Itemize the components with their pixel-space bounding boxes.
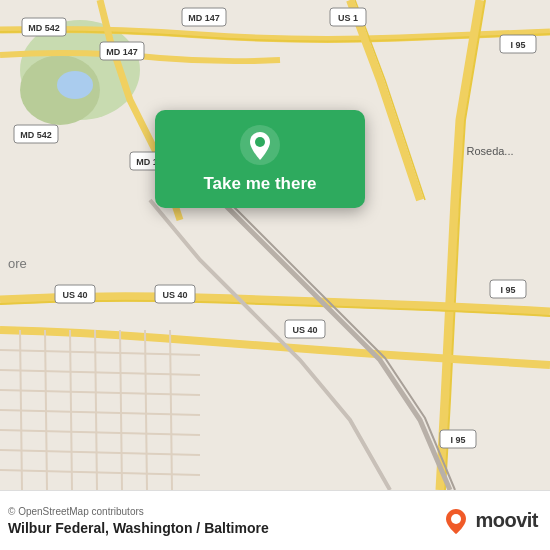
bottom-bar: © OpenStreetMap contributors Wilbur Fede… bbox=[0, 490, 550, 550]
svg-text:I 95: I 95 bbox=[450, 435, 465, 445]
svg-text:MD 147: MD 147 bbox=[188, 13, 220, 23]
moovit-pin-icon bbox=[442, 507, 470, 535]
svg-text:Roseda...: Roseda... bbox=[466, 145, 513, 157]
location-name: Wilbur Federal, Washington / Baltimore bbox=[8, 520, 269, 536]
svg-text:I 95: I 95 bbox=[510, 40, 525, 50]
map-container: MD 147 MD 542 MD 542 MD 147 US 1 I 95 I … bbox=[0, 0, 550, 490]
svg-text:US 40: US 40 bbox=[292, 325, 317, 335]
svg-text:US 1: US 1 bbox=[338, 13, 358, 23]
svg-text:MD 542: MD 542 bbox=[20, 130, 52, 140]
svg-point-47 bbox=[451, 514, 461, 524]
svg-text:MD 147: MD 147 bbox=[106, 47, 138, 57]
moovit-text: moovit bbox=[475, 509, 538, 532]
svg-text:MD 542: MD 542 bbox=[28, 23, 60, 33]
svg-point-46 bbox=[255, 137, 265, 147]
popup-card[interactable]: Take me there bbox=[155, 110, 365, 208]
take-me-there-button[interactable]: Take me there bbox=[203, 174, 316, 194]
location-pin-icon bbox=[239, 124, 281, 166]
moovit-logo: moovit bbox=[442, 507, 538, 535]
copyright-text: © OpenStreetMap contributors bbox=[8, 506, 269, 517]
svg-point-4 bbox=[57, 71, 93, 99]
bottom-left-info: © OpenStreetMap contributors Wilbur Fede… bbox=[8, 506, 269, 536]
svg-text:US 40: US 40 bbox=[62, 290, 87, 300]
svg-text:US 40: US 40 bbox=[162, 290, 187, 300]
svg-text:ore: ore bbox=[8, 256, 27, 271]
svg-text:I 95: I 95 bbox=[500, 285, 515, 295]
